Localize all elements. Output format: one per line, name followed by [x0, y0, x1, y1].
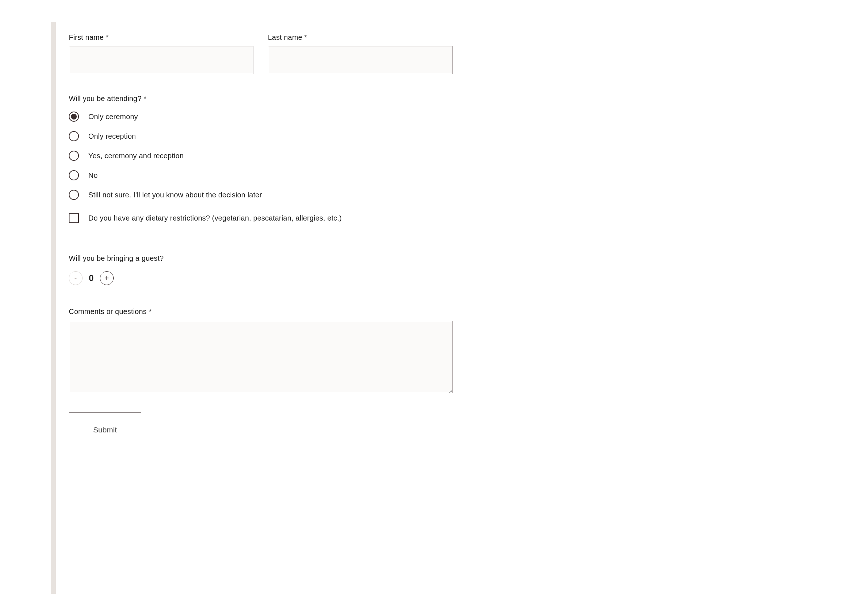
comments-textarea[interactable] — [69, 321, 452, 393]
side-rail — [51, 22, 56, 594]
attending-label: Will you be attending? * — [69, 95, 612, 103]
rsvp-form: First name * Last name * Will you be att… — [69, 33, 612, 447]
radio-both[interactable]: Yes, ceremony and reception — [69, 151, 612, 161]
minus-icon: - — [75, 274, 77, 282]
radio-label: Only reception — [88, 132, 136, 140]
submit-label: Submit — [93, 426, 117, 434]
quantity-stepper: - 0 + — [69, 271, 612, 285]
name-row: First name * Last name * — [69, 33, 612, 74]
radio-label: Still not sure. I'll let you know about … — [88, 191, 262, 199]
stepper-plus-button[interactable]: + — [100, 271, 114, 285]
checkbox-icon — [69, 213, 79, 223]
guest-label: Will you be bringing a guest? — [69, 254, 612, 263]
first-name-label: First name * — [69, 33, 253, 42]
stepper-value: 0 — [88, 273, 95, 283]
page: First name * Last name * Will you be att… — [0, 0, 868, 599]
stepper-minus-button[interactable]: - — [69, 271, 83, 285]
radio-only-ceremony[interactable]: Only ceremony — [69, 111, 612, 122]
radio-label: No — [88, 171, 98, 180]
radio-label: Yes, ceremony and reception — [88, 152, 183, 160]
radio-icon — [69, 111, 79, 122]
attending-section: Will you be attending? * Only ceremony O… — [69, 95, 612, 200]
radio-label: Only ceremony — [88, 113, 138, 121]
guest-section: Will you be bringing a guest? - 0 + — [69, 254, 612, 285]
first-name-input[interactable] — [69, 46, 253, 74]
first-name-field: First name * — [69, 33, 253, 74]
radio-not-sure[interactable]: Still not sure. I'll let you know about … — [69, 190, 612, 200]
comments-section: Comments or questions * — [69, 307, 612, 395]
radio-icon — [69, 151, 79, 161]
radio-no[interactable]: No — [69, 170, 612, 181]
last-name-label: Last name * — [268, 33, 452, 42]
comments-label: Comments or questions * — [69, 307, 612, 316]
dietary-label: Do you have any dietary restrictions? (v… — [88, 214, 342, 222]
radio-icon — [69, 170, 79, 181]
last-name-field: Last name * — [268, 33, 452, 74]
attending-radio-group: Only ceremony Only reception Yes, ceremo… — [69, 111, 612, 200]
plus-icon: + — [105, 274, 109, 282]
radio-icon — [69, 190, 79, 200]
last-name-input[interactable] — [268, 46, 452, 74]
radio-only-reception[interactable]: Only reception — [69, 131, 612, 141]
radio-icon — [69, 131, 79, 141]
submit-button[interactable]: Submit — [69, 412, 141, 447]
dietary-checkbox-row[interactable]: Do you have any dietary restrictions? (v… — [69, 213, 612, 223]
